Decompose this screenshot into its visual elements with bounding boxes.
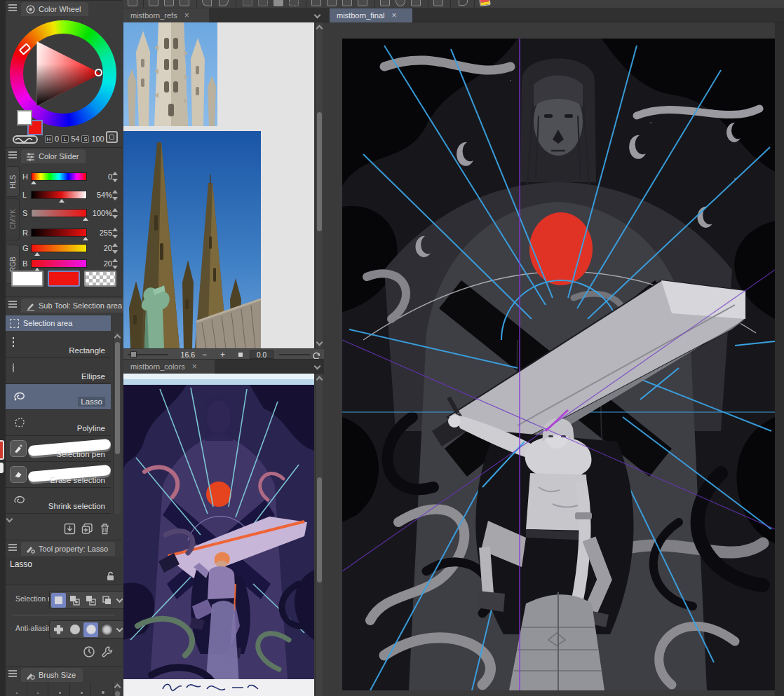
scrollbar-thumb[interactable] (115, 342, 120, 454)
subtool-item-erase-selection[interactable]: Erase selection (6, 462, 111, 488)
h-slider-caret[interactable] (31, 181, 36, 184)
brush-size-scrollbar[interactable] (113, 682, 121, 696)
anti-aliasing-expand-icon[interactable] (115, 627, 123, 632)
scroll-up-icon[interactable] (316, 376, 323, 383)
l-stepper[interactable] (111, 190, 119, 200)
l-slider[interactable] (31, 191, 87, 199)
delete-icon[interactable] (258, 0, 268, 6)
reset-all-icon[interactable] (83, 646, 95, 658)
grid-icon[interactable] (358, 0, 367, 6)
rotation-value[interactable]: 0.0 (250, 350, 273, 359)
wrench-icon[interactable] (101, 646, 114, 658)
subtool-item-ellipse[interactable]: Ellipse (6, 358, 111, 384)
add-selection-button[interactable] (67, 593, 82, 608)
s-slider[interactable] (31, 209, 87, 217)
aa-middle-button[interactable] (83, 622, 98, 637)
cursor-icon[interactable] (380, 0, 390, 6)
snap-icon[interactable] (327, 0, 337, 6)
new-selection-button[interactable] (51, 593, 66, 608)
zoom-slider-knob[interactable] (130, 351, 137, 357)
scroll-up-icon[interactable] (114, 684, 121, 691)
subtool-item-lasso[interactable]: Lasso (6, 384, 111, 410)
aa-none-button[interactable] (51, 622, 66, 637)
main-color-box[interactable] (11, 271, 43, 287)
subtool-group-selection-area[interactable]: Selection area (6, 315, 111, 331)
reset-rotation-icon[interactable] (312, 350, 321, 359)
sub-color-box[interactable] (48, 271, 80, 287)
fit-to-screen-icon[interactable] (238, 353, 243, 357)
panel-menu-icon[interactable] (8, 4, 17, 11)
s-stepper[interactable] (111, 208, 119, 219)
selection-mode-expand-icon[interactable] (115, 598, 123, 603)
g-value[interactable]: 20 (88, 244, 112, 252)
panel-menu-icon[interactable] (8, 544, 17, 551)
redo-icon[interactable] (219, 0, 229, 6)
sv-marker[interactable] (95, 69, 102, 76)
crosshair-icon[interactable] (411, 0, 421, 6)
speech-bubble-icon[interactable] (459, 0, 468, 6)
duplicate-subtool-icon[interactable] (81, 523, 93, 535)
g-stepper[interactable] (111, 243, 119, 254)
tab-list-expand-icon[interactable] (314, 12, 321, 19)
l-value[interactable]: 54% (88, 191, 112, 199)
subtool-item-selection-pen[interactable]: Selection pen (6, 436, 111, 462)
marquee-icon[interactable] (289, 0, 299, 6)
tab-brush-size[interactable]: Brush Size (21, 668, 83, 682)
remove-selection-button[interactable] (83, 593, 98, 608)
subtool-item-shrink-selection[interactable]: Shrink selection (6, 488, 111, 514)
subtool-scrollbar[interactable] (113, 332, 121, 514)
brush-size-grid[interactable] (6, 682, 112, 696)
s-slider-caret[interactable] (83, 217, 88, 221)
b-slider[interactable] (31, 259, 87, 268)
colors-scrollbar[interactable] (315, 374, 323, 696)
panel-menu-icon[interactable] (8, 151, 17, 158)
foreground-color-sliver[interactable] (0, 440, 4, 460)
final-canvas-area[interactable] (324, 22, 784, 696)
fill-icon[interactable] (273, 0, 283, 6)
scrollbar-thumb[interactable] (317, 112, 322, 231)
g-slider[interactable] (31, 244, 87, 252)
r-stepper[interactable] (111, 228, 119, 238)
l-slider-caret[interactable] (59, 199, 65, 203)
zoom-out-icon[interactable]: − (202, 350, 207, 360)
tab-hls[interactable]: HLS (7, 166, 20, 197)
import-subtool-icon[interactable] (64, 523, 76, 535)
b-stepper[interactable] (111, 259, 119, 269)
tab-mistborn-final[interactable]: mistborn_final × (330, 8, 412, 22)
subtool-item-rectangle[interactable]: Rectangle (6, 332, 111, 358)
tab-color-slider[interactable]: Color Slider (21, 149, 86, 163)
scrollbar-thumb[interactable] (115, 691, 120, 696)
save-icon[interactable] (180, 0, 189, 6)
h-value[interactable]: 0 (88, 172, 112, 181)
language-flag-icon[interactable] (479, 0, 490, 6)
material-icon[interactable] (433, 0, 443, 6)
r-value[interactable]: 255 (88, 228, 112, 237)
b-value[interactable]: 20 (88, 259, 112, 268)
delete-subtool-icon[interactable] (99, 523, 111, 535)
s-value[interactable]: 100% (88, 209, 112, 217)
color-mix-icon[interactable] (13, 135, 38, 144)
main-color-swatch[interactable] (17, 110, 32, 125)
g-slider-caret[interactable] (34, 252, 40, 256)
rotate-slider-track[interactable] (279, 354, 310, 355)
scroll-down-icon[interactable] (316, 339, 323, 346)
unlock-icon[interactable] (106, 571, 115, 581)
transparent-color-box[interactable] (84, 271, 116, 287)
tab-cmyk[interactable]: CMYK (7, 198, 20, 240)
scroll-up-icon[interactable] (114, 334, 121, 341)
tab-sub-tool[interactable]: Sub Tool: Selection area (21, 299, 129, 313)
tab-tool-property[interactable]: Tool property: Lasso (21, 542, 115, 556)
scroll-up-icon[interactable] (316, 25, 323, 32)
scrollbar-thumb[interactable] (317, 477, 322, 582)
undo-icon[interactable] (202, 0, 212, 6)
aa-strong-button[interactable] (100, 622, 114, 637)
intersect-selection-button[interactable] (100, 593, 114, 608)
scroll-down-icon[interactable] (6, 516, 13, 523)
window-icon[interactable] (128, 0, 137, 6)
zoom-in-icon[interactable]: + (220, 350, 225, 360)
subtool-item-polyline[interactable]: Polyline (6, 410, 111, 436)
tab-color-wheel[interactable]: Color Wheel (21, 2, 88, 16)
close-icon[interactable]: × (184, 11, 189, 20)
h-stepper[interactable] (111, 172, 119, 182)
r-slider[interactable] (31, 228, 87, 237)
